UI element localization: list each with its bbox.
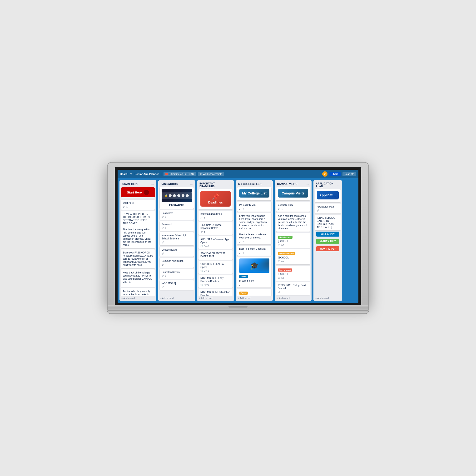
card-mcl-main[interactable]: My College List 🖊 1 bbox=[237, 202, 271, 212]
screen: Board ▼ Senior App Planner | D-Commerce … bbox=[118, 170, 358, 303]
laptop-stand bbox=[107, 311, 369, 314]
add-card-campus-visits[interactable]: + Add a card bbox=[275, 296, 311, 301]
card-password-single[interactable]: Password 🖊 1 bbox=[160, 221, 194, 231]
col-cards-app-plan: Applicati... Application Plan 🖊 1 bbox=[313, 189, 342, 296]
pencil-icon-cv1: 🖊 bbox=[278, 207, 280, 210]
card-review-info[interactable]: REVIEW THE INFO ON THE CARDS BELOW TO GE… bbox=[121, 211, 155, 248]
card-cv-medium[interactable]: Medium Interest [SCHOOL] ☑ 0/6 bbox=[276, 249, 310, 264]
col-cards-college-list: My College List My College List 🖊 1 bbox=[236, 187, 273, 296]
label-target: Target bbox=[239, 291, 248, 295]
card-store-passwords[interactable]: Store your PASSWORDS for application sit… bbox=[121, 249, 155, 268]
nav-workspace-item[interactable]: D-Commerce B2C CAC bbox=[164, 172, 196, 176]
card-deadlines-banner[interactable]: 📌 Deadlines bbox=[199, 189, 233, 209]
pencil-icon-mc4: 🖊 bbox=[239, 283, 241, 286]
col-title-app-plan: APPLICATION PLAN bbox=[316, 182, 337, 188]
pwd-dot-5 bbox=[186, 194, 189, 197]
column-start-here: START HERE ··· Start Here ↓ Start Here bbox=[119, 180, 156, 301]
laptop-mockup: Board ▼ Senior App Planner | D-Commerce … bbox=[107, 162, 369, 314]
pwd-dot-4 bbox=[182, 194, 185, 197]
will-apply-section: WILL APPLY bbox=[316, 232, 339, 237]
card-common-app[interactable]: Common Application 🖊 1 bbox=[160, 258, 194, 268]
card-aug1[interactable]: AUGUST 1 - Common App Opens 🕐 Aug 1 bbox=[199, 236, 233, 249]
card-cv-description[interactable]: Add a card for each school you plan to v… bbox=[276, 213, 310, 232]
password-field: 🔒 bbox=[162, 192, 192, 199]
card-nov1-ea[interactable]: NOVEMBER 1- Early Action Deadline 🕐 Nov … bbox=[199, 289, 233, 296]
col-menu-campus-visits[interactable]: ··· bbox=[306, 182, 309, 186]
add-card-passwords[interactable]: + Add a card bbox=[158, 296, 195, 301]
add-card-deadlines[interactable]: + Add a card bbox=[197, 296, 234, 301]
card-cv-high[interactable]: High Interest [SCHOOL] ☑ 0/5 bbox=[276, 233, 310, 248]
col-header-college-list: MY COLLEGE LIST ··· bbox=[236, 180, 273, 187]
card-track-colleges[interactable]: Keep track of the colleges you may want … bbox=[121, 270, 155, 287]
add-card-start-here[interactable]: + Add a card bbox=[119, 296, 156, 301]
card-add-more[interactable]: [ADD MORE] 🖊 bbox=[160, 280, 194, 290]
col-cards-start-here: Start Here ↓ Start Here 🖊 1 bbox=[119, 187, 156, 296]
card-cv-banner[interactable]: Campus Visits bbox=[276, 187, 310, 200]
card-mcl-enter[interactable]: Enter your list of schools here. If you … bbox=[237, 213, 271, 244]
card-target-school[interactable]: Target Target School 🖊 bbox=[237, 289, 271, 296]
col-title-college-list: MY COLLEGE LIST bbox=[238, 183, 262, 186]
pencil-icon-3: 🖊 bbox=[162, 241, 164, 244]
col-menu-passwords[interactable]: ··· bbox=[190, 182, 193, 186]
read-me-button[interactable]: Read Me bbox=[342, 172, 356, 176]
card-important-deadlines-main[interactable]: Important Deadlines 🖊 1 bbox=[199, 211, 233, 221]
wont-apply-section: WON'T APPLY bbox=[316, 246, 339, 251]
pwd-dot-2 bbox=[173, 194, 176, 197]
card-college-board[interactable]: College Board 🖊 1 bbox=[160, 247, 194, 256]
pencil-icon-mc2: 🖊 bbox=[239, 240, 241, 243]
start-here-banner[interactable]: Start Here ↓ bbox=[121, 187, 155, 197]
student-image: 🎓 bbox=[239, 258, 270, 273]
card-best-fit[interactable]: Best Fit School Checklist 🖊 1 bbox=[237, 246, 271, 255]
column-application-plan: APPLICATION PLAN ··· Applicati... bbox=[313, 180, 342, 301]
clock-icon-3: 🕐 bbox=[200, 284, 203, 286]
screen-bezel: Board ▼ Senior App Planner | D-Commerce … bbox=[115, 167, 361, 305]
banner-arrow-icon: ↓ bbox=[144, 190, 149, 195]
card-ap-drag[interactable]: [DRAG SCHOOL CARDS TO CATEGORY AS APPLIC… bbox=[315, 215, 340, 230]
card-dream-school[interactable]: 🎓 Dream Dream School 🖊 bbox=[237, 257, 271, 288]
col-header-deadlines: IMPORTANT DEADLINES ··· bbox=[197, 180, 234, 189]
campus-banner-img: Campus Visits bbox=[278, 189, 308, 198]
card-test-dates[interactable]: STANDARDIZED TEST DATES 2022 bbox=[199, 250, 233, 260]
nav-board-label: Board bbox=[120, 172, 128, 175]
card-ap-banner[interactable]: Applicati... bbox=[315, 189, 340, 202]
share-button[interactable]: Share bbox=[329, 172, 341, 176]
col-menu-deadlines[interactable]: ··· bbox=[229, 183, 232, 187]
card-take-note[interactable]: Take Note Of These Important Dates! 🖊 1 bbox=[199, 222, 233, 235]
col-menu-college-list[interactable]: ··· bbox=[268, 182, 270, 186]
card-cv-low[interactable]: Low Interest [SCHOOL] ☑ 0/6 bbox=[276, 266, 310, 281]
add-card-app-plan[interactable]: + Add a card bbox=[313, 296, 342, 301]
checklist-icon-2: ☑ bbox=[278, 260, 280, 263]
card-cv-journal[interactable]: RESOURCE: College Visit Journal 🖊 1 bbox=[276, 282, 310, 295]
col-title-deadlines: IMPORTANT DEADLINES bbox=[200, 182, 229, 188]
add-card-college-list[interactable]: + Add a card bbox=[236, 296, 273, 301]
col-menu-app-plan[interactable]: ··· bbox=[337, 183, 340, 187]
card-princeton-review[interactable]: Princeton Review 🖊 1 bbox=[160, 269, 194, 279]
card-oct1-fafsa[interactable]: OCTOBER 1 - FAFSA Opens 🕐 Oct 1 bbox=[199, 261, 233, 274]
visibility-icon: 👁 bbox=[200, 173, 202, 175]
clock-icon-2: 🕐 bbox=[200, 270, 203, 272]
pencil-icon-6: 🖊 bbox=[162, 275, 164, 277]
card-naviance[interactable]: Naviance or Other High School Software 🖊 bbox=[160, 232, 194, 245]
column-college-list: MY COLLEGE LIST ··· My College List bbox=[236, 180, 273, 301]
graduation-icon: 🎓 bbox=[250, 262, 259, 270]
card-nov1-ed[interactable]: NOVEMBER 1 - Early Decision Deadline 🕐 N… bbox=[199, 275, 233, 288]
column-campus-visits: CAMPUS VISITS ··· Campus Visits bbox=[275, 180, 311, 301]
pencil-icon-4: 🖊 bbox=[162, 252, 164, 255]
card-cv-main[interactable]: Campus Visits 🖊 1 bbox=[276, 202, 310, 212]
card-ap-main[interactable]: Application Plan 🖊 1 bbox=[315, 204, 340, 214]
card-tasks[interactable]: For the schools you apply to, use the li… bbox=[121, 288, 155, 296]
trello-app: Board ▼ Senior App Planner | D-Commerce … bbox=[118, 170, 358, 303]
card-mcl-banner[interactable]: My College List bbox=[237, 187, 271, 200]
col-menu-start-here[interactable]: ··· bbox=[151, 182, 154, 186]
col-title-start-here: START HERE bbox=[122, 183, 138, 186]
pwd-dot-3 bbox=[177, 194, 180, 197]
card-passwords-banner[interactable]: 🔒 bbox=[160, 187, 194, 209]
card-start-here-main[interactable]: Start Here 🖊 1 bbox=[121, 200, 155, 210]
nav-visibility[interactable]: 👁 Workspace visible bbox=[198, 172, 224, 176]
card-passwords-main[interactable]: Passwords 🖊 1 bbox=[160, 210, 194, 220]
checklist-icon-3: ☑ bbox=[278, 276, 280, 279]
pwd-dot-1 bbox=[169, 194, 171, 197]
workspace-icon bbox=[165, 173, 168, 175]
passwords-image: 🔒 bbox=[162, 189, 192, 202]
col-header-campus-visits: CAMPUS VISITS ··· bbox=[275, 180, 311, 187]
